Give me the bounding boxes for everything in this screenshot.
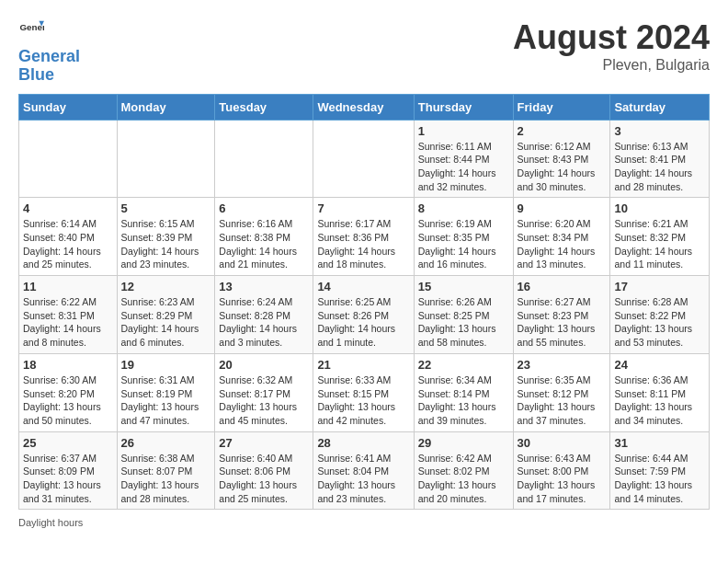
day-number: 20 [219, 358, 309, 372]
calendar-cell: 8Sunrise: 6:19 AM Sunset: 8:35 PM Daylig… [414, 198, 513, 276]
day-number: 14 [317, 280, 409, 293]
calendar-week-row: 25Sunrise: 6:37 AM Sunset: 8:09 PM Dayli… [19, 431, 710, 510]
day-info: Sunrise: 6:20 AM Sunset: 8:34 PM Dayligh… [518, 217, 607, 271]
calendar-day-header: Sunday [19, 94, 118, 120]
calendar-cell [117, 120, 215, 198]
day-number: 11 [23, 280, 113, 293]
day-info: Sunrise: 6:11 AM Sunset: 8:44 PM Dayligh… [418, 140, 509, 194]
day-number: 30 [518, 436, 607, 450]
daylight-hours-label: Daylight hours [18, 517, 83, 528]
day-number: 9 [518, 201, 607, 215]
logo: General GeneralBlue [18, 18, 80, 85]
calendar-week-row: 4Sunrise: 6:14 AM Sunset: 8:40 PM Daylig… [19, 198, 710, 276]
day-number: 28 [317, 436, 409, 450]
day-info: Sunrise: 6:31 AM Sunset: 8:19 PM Dayligh… [121, 373, 211, 428]
day-info: Sunrise: 6:36 AM Sunset: 8:11 PM Dayligh… [614, 373, 705, 428]
calendar-cell: 23Sunrise: 6:35 AM Sunset: 8:12 PM Dayli… [513, 353, 610, 431]
day-info: Sunrise: 6:14 AM Sunset: 8:40 PM Dayligh… [23, 217, 113, 271]
calendar-cell: 25Sunrise: 6:37 AM Sunset: 8:09 PM Dayli… [19, 431, 118, 510]
calendar-cell: 18Sunrise: 6:30 AM Sunset: 8:20 PM Dayli… [19, 353, 118, 431]
day-info: Sunrise: 6:12 AM Sunset: 8:43 PM Dayligh… [518, 140, 607, 194]
day-number: 19 [121, 358, 211, 372]
day-number: 10 [614, 201, 705, 215]
calendar-cell: 9Sunrise: 6:20 AM Sunset: 8:34 PM Daylig… [513, 198, 610, 276]
day-info: Sunrise: 6:38 AM Sunset: 8:07 PM Dayligh… [121, 452, 211, 506]
calendar-cell: 28Sunrise: 6:41 AM Sunset: 8:04 PM Dayli… [313, 431, 414, 510]
day-info: Sunrise: 6:17 AM Sunset: 8:36 PM Dayligh… [317, 217, 409, 271]
calendar-cell: 24Sunrise: 6:36 AM Sunset: 8:11 PM Dayli… [610, 353, 710, 431]
calendar-cell: 1Sunrise: 6:11 AM Sunset: 8:44 PM Daylig… [414, 120, 513, 198]
calendar-cell: 2Sunrise: 6:12 AM Sunset: 8:43 PM Daylig… [513, 120, 610, 198]
day-info: Sunrise: 6:15 AM Sunset: 8:39 PM Dayligh… [121, 217, 211, 271]
day-number: 23 [518, 358, 607, 372]
calendar-cell: 30Sunrise: 6:43 AM Sunset: 8:00 PM Dayli… [513, 431, 610, 510]
day-number: 7 [317, 201, 409, 215]
day-number: 6 [219, 201, 309, 215]
calendar-cell: 7Sunrise: 6:17 AM Sunset: 8:36 PM Daylig… [313, 198, 414, 276]
calendar-day-header: Friday [513, 94, 610, 120]
calendar-day-header: Tuesday [215, 94, 313, 120]
calendar-cell: 22Sunrise: 6:34 AM Sunset: 8:14 PM Dayli… [414, 353, 513, 431]
day-info: Sunrise: 6:40 AM Sunset: 8:06 PM Dayligh… [219, 452, 309, 506]
calendar-week-row: 18Sunrise: 6:30 AM Sunset: 8:20 PM Dayli… [19, 353, 710, 431]
calendar-cell: 5Sunrise: 6:15 AM Sunset: 8:39 PM Daylig… [117, 198, 215, 276]
day-number: 15 [418, 280, 509, 293]
day-info: Sunrise: 6:44 AM Sunset: 7:59 PM Dayligh… [614, 452, 705, 506]
day-info: Sunrise: 6:41 AM Sunset: 8:04 PM Dayligh… [317, 452, 409, 506]
day-number: 18 [23, 358, 113, 372]
day-info: Sunrise: 6:32 AM Sunset: 8:17 PM Dayligh… [219, 373, 309, 428]
calendar-cell [313, 120, 414, 198]
calendar-cell: 6Sunrise: 6:16 AM Sunset: 8:38 PM Daylig… [215, 198, 313, 276]
day-number: 2 [518, 124, 607, 138]
calendar-cell: 31Sunrise: 6:44 AM Sunset: 7:59 PM Dayli… [610, 431, 710, 510]
day-number: 16 [518, 280, 607, 293]
day-number: 21 [317, 358, 409, 372]
day-info: Sunrise: 6:37 AM Sunset: 8:09 PM Dayligh… [23, 452, 113, 506]
day-info: Sunrise: 6:21 AM Sunset: 8:32 PM Dayligh… [614, 217, 705, 271]
calendar-cell: 21Sunrise: 6:33 AM Sunset: 8:15 PM Dayli… [313, 353, 414, 431]
day-info: Sunrise: 6:43 AM Sunset: 8:00 PM Dayligh… [518, 452, 607, 506]
day-number: 1 [418, 124, 509, 138]
calendar-day-header: Thursday [414, 94, 513, 120]
calendar-cell: 17Sunrise: 6:28 AM Sunset: 8:22 PM Dayli… [610, 276, 710, 354]
day-number: 25 [23, 436, 113, 450]
day-info: Sunrise: 6:28 AM Sunset: 8:22 PM Dayligh… [614, 295, 705, 350]
logo-text: GeneralBlue [18, 48, 80, 85]
day-info: Sunrise: 6:19 AM Sunset: 8:35 PM Dayligh… [418, 217, 509, 271]
calendar-day-header: Monday [117, 94, 215, 120]
day-info: Sunrise: 6:30 AM Sunset: 8:20 PM Dayligh… [23, 373, 113, 428]
day-number: 8 [418, 201, 509, 215]
calendar-table: SundayMondayTuesdayWednesdayThursdayFrid… [18, 94, 710, 511]
day-number: 17 [614, 280, 705, 293]
day-info: Sunrise: 6:35 AM Sunset: 8:12 PM Dayligh… [518, 373, 607, 428]
calendar-cell: 27Sunrise: 6:40 AM Sunset: 8:06 PM Dayli… [215, 431, 313, 510]
day-info: Sunrise: 6:25 AM Sunset: 8:26 PM Dayligh… [317, 295, 409, 350]
page-header: General GeneralBlue August 2024 Pleven, … [18, 18, 710, 85]
day-info: Sunrise: 6:42 AM Sunset: 8:02 PM Dayligh… [418, 452, 509, 506]
day-info: Sunrise: 6:34 AM Sunset: 8:14 PM Dayligh… [418, 373, 509, 428]
day-number: 29 [418, 436, 509, 450]
calendar-day-header: Wednesday [313, 94, 414, 120]
calendar-cell: 10Sunrise: 6:21 AM Sunset: 8:32 PM Dayli… [610, 198, 710, 276]
calendar-cell: 19Sunrise: 6:31 AM Sunset: 8:19 PM Dayli… [117, 353, 215, 431]
day-info: Sunrise: 6:16 AM Sunset: 8:38 PM Dayligh… [219, 217, 309, 271]
day-number: 12 [121, 280, 211, 293]
calendar-cell: 26Sunrise: 6:38 AM Sunset: 8:07 PM Dayli… [117, 431, 215, 510]
calendar-week-row: 11Sunrise: 6:22 AM Sunset: 8:31 PM Dayli… [19, 276, 710, 354]
footer: Daylight hours [18, 517, 710, 528]
calendar-header-row: SundayMondayTuesdayWednesdayThursdayFrid… [19, 94, 710, 120]
calendar-cell: 16Sunrise: 6:27 AM Sunset: 8:23 PM Dayli… [513, 276, 610, 354]
calendar-cell: 29Sunrise: 6:42 AM Sunset: 8:02 PM Dayli… [414, 431, 513, 510]
calendar-cell: 4Sunrise: 6:14 AM Sunset: 8:40 PM Daylig… [19, 198, 118, 276]
title-block: August 2024 Pleven, Bulgaria [513, 18, 710, 74]
calendar-cell [215, 120, 313, 198]
day-info: Sunrise: 6:24 AM Sunset: 8:28 PM Dayligh… [219, 295, 309, 350]
logo-icon: General [18, 18, 44, 44]
day-number: 24 [614, 358, 705, 372]
location-subtitle: Pleven, Bulgaria [513, 57, 710, 74]
calendar-cell [19, 120, 118, 198]
day-number: 4 [23, 201, 113, 215]
calendar-week-row: 1Sunrise: 6:11 AM Sunset: 8:44 PM Daylig… [19, 120, 710, 198]
calendar-cell: 12Sunrise: 6:23 AM Sunset: 8:29 PM Dayli… [117, 276, 215, 354]
day-number: 31 [614, 436, 705, 450]
